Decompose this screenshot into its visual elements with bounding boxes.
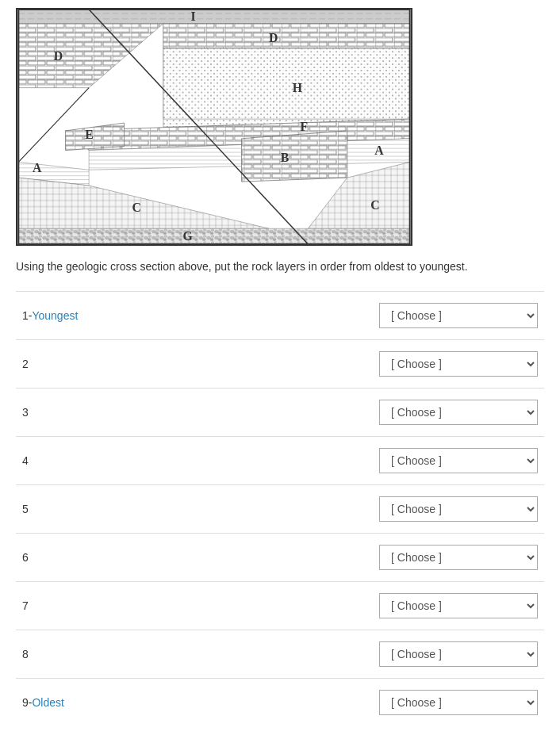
choose-dropdown-8[interactable]: [ Choose ]ABCDEFGHI <box>379 641 538 667</box>
question-row: 8[ Choose ]ABCDEFGHI <box>16 630 544 679</box>
svg-text:C: C <box>132 201 140 214</box>
geologic-diagram: I D D H F A A E B C C G <box>16 8 412 246</box>
svg-text:F: F <box>301 120 309 133</box>
choose-dropdown-9[interactable]: [ Choose ]ABCDEFGHI <box>379 690 538 715</box>
svg-rect-1 <box>18 10 409 24</box>
select-cell-7: [ Choose ]ABCDEFGHI <box>280 582 544 630</box>
row-label-8: 8 <box>16 630 280 679</box>
choose-dropdown-4[interactable]: [ Choose ]ABCDEFGHI <box>379 448 538 473</box>
choose-dropdown-5[interactable]: [ Choose ]ABCDEFGHI <box>379 496 538 522</box>
select-cell-5: [ Choose ]ABCDEFGHI <box>280 485 544 534</box>
select-cell-4: [ Choose ]ABCDEFGHI <box>280 437 544 485</box>
svg-text:D: D <box>54 49 63 63</box>
question-row: 2[ Choose ]ABCDEFGHI <box>16 340 544 389</box>
svg-text:H: H <box>293 81 302 94</box>
instruction-text: Using the geologic cross section above, … <box>16 258 544 275</box>
select-cell-8: [ Choose ]ABCDEFGHI <box>280 630 544 679</box>
svg-text:D: D <box>269 31 278 44</box>
choose-dropdown-3[interactable]: [ Choose ]ABCDEFGHI <box>379 400 538 425</box>
select-cell-2: [ Choose ]ABCDEFGHI <box>280 340 544 389</box>
select-cell-3: [ Choose ]ABCDEFGHI <box>280 389 544 437</box>
question-row: 7[ Choose ]ABCDEFGHI <box>16 582 544 630</box>
svg-marker-27 <box>163 24 410 49</box>
svg-text:E: E <box>85 128 94 141</box>
select-cell-9: [ Choose ]ABCDEFGHI <box>280 679 544 732</box>
svg-text:A: A <box>33 161 42 174</box>
question-row: 4[ Choose ]ABCDEFGHI <box>16 437 544 485</box>
question-row: 6[ Choose ]ABCDEFGHI <box>16 534 544 582</box>
svg-text:G: G <box>183 229 193 243</box>
svg-text:B: B <box>281 151 290 164</box>
row-label-4: 4 <box>16 437 280 485</box>
row-label-2: 2 <box>16 340 280 389</box>
question-row: 1-Youngest[ Choose ]ABCDEFGHI <box>16 292 544 340</box>
row-label-5: 5 <box>16 485 280 534</box>
svg-marker-28 <box>163 48 410 119</box>
choose-dropdown-2[interactable]: [ Choose ]ABCDEFGHI <box>379 351 538 377</box>
svg-text:I: I <box>190 10 195 23</box>
svg-marker-32 <box>242 131 347 182</box>
row-label-6: 6 <box>16 534 280 582</box>
question-row: 5[ Choose ]ABCDEFGHI <box>16 485 544 534</box>
choose-dropdown-6[interactable]: [ Choose ]ABCDEFGHI <box>379 545 538 570</box>
select-cell-6: [ Choose ]ABCDEFGHI <box>280 534 544 582</box>
question-row: 9-Oldest[ Choose ]ABCDEFGHI <box>16 679 544 732</box>
row-label-1: 1-Youngest <box>16 292 280 340</box>
choose-dropdown-7[interactable]: [ Choose ]ABCDEFGHI <box>379 593 538 618</box>
row-label-7: 7 <box>16 582 280 630</box>
question-table: 1-Youngest[ Choose ]ABCDEFGHI2[ Choose ]… <box>16 291 544 731</box>
row-label-9: 9-Oldest <box>16 679 280 732</box>
diagram-container: I D D H F A A E B C C G <box>16 8 544 246</box>
svg-marker-36 <box>18 228 409 244</box>
svg-text:C: C <box>370 198 379 212</box>
row-label-3: 3 <box>16 389 280 437</box>
svg-text:A: A <box>374 144 384 157</box>
question-row: 3[ Choose ]ABCDEFGHI <box>16 389 544 437</box>
choose-dropdown-1[interactable]: [ Choose ]ABCDEFGHI <box>379 303 538 328</box>
select-cell-1: [ Choose ]ABCDEFGHI <box>280 292 544 340</box>
